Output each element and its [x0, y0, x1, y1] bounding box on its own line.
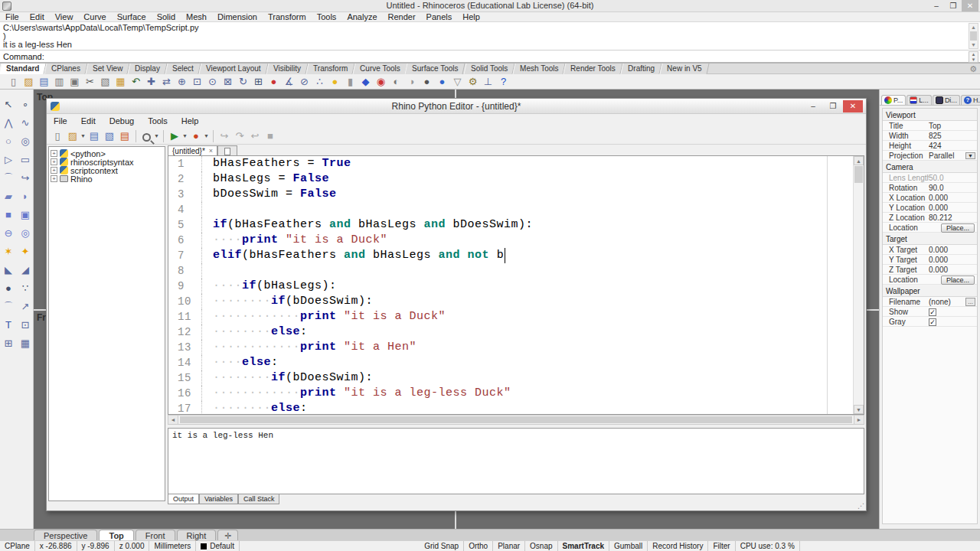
prop-value[interactable]: 0.000: [929, 256, 977, 264]
output-tab-output[interactable]: Output: [168, 494, 199, 504]
toolbar-tab-render-tools[interactable]: Render Tools: [564, 64, 623, 74]
toolbar-tab-visibility[interactable]: Visibility: [266, 64, 308, 74]
scroll-up-icon[interactable]: ▲: [969, 24, 978, 31]
new-file-icon[interactable]: ▯: [6, 75, 21, 89]
code-line[interactable]: 5if(bHasFeathers and bHasLegs and bDoesS…: [168, 217, 864, 233]
toolbar-tab-viewport-layout[interactable]: Viewport Layout: [199, 64, 269, 74]
expand-icon[interactable]: +: [51, 150, 57, 157]
toolbar-tab-select[interactable]: Select: [165, 64, 201, 74]
output-tab-call-stack[interactable]: Call Stack: [238, 494, 280, 504]
save-as-icon[interactable]: ▤: [117, 129, 132, 143]
scroll-up-icon[interactable]: ▲: [854, 156, 864, 165]
array-icon[interactable]: ▦: [17, 334, 34, 353]
editor-menu-item-edit[interactable]: Edit: [74, 116, 103, 126]
toolbar-tab-surface-tools[interactable]: Surface Tools: [405, 64, 466, 74]
code-line[interactable]: 13············print "it a Hen": [168, 340, 864, 355]
toolbar-tab-standard[interactable]: Standard: [0, 64, 47, 74]
toolbar-tab-set-view[interactable]: Set View: [86, 64, 130, 74]
code-line[interactable]: 7elif(bHasFeathers and bHasLegs and not …: [168, 248, 864, 263]
editor-maximize-button[interactable]: ❐: [823, 100, 843, 112]
rectangle-icon[interactable]: ▭: [17, 151, 34, 169]
dropdown-arrow-icon[interactable]: ▼: [154, 133, 160, 139]
resize-grip[interactable]: ⋰: [858, 502, 864, 510]
tab-layers[interactable]: L...: [906, 95, 932, 105]
code-editor[interactable]: 1bHasFeathers = True2bHasLegs = False3bD…: [168, 155, 864, 415]
code-horizontal-scrollbar[interactable]: ◄ ►: [168, 415, 864, 425]
viewport-tab-top[interactable]: Top: [99, 530, 133, 540]
menu-item-help[interactable]: Help: [457, 12, 485, 22]
code-line[interactable]: 12········else:: [168, 324, 864, 340]
blend-arc-icon[interactable]: ⌒: [0, 298, 17, 316]
step-into-icon[interactable]: ↪: [217, 129, 232, 143]
polyline-icon[interactable]: ⋀: [0, 114, 17, 132]
code-line[interactable]: 6····print "it is a Duck": [168, 233, 864, 248]
status-osnap[interactable]: Osnap: [525, 541, 557, 551]
prop-value[interactable]: (none): [929, 298, 965, 306]
scroll-down-icon[interactable]: ▼: [969, 41, 978, 48]
help-icon[interactable]: ?: [496, 75, 511, 89]
adjust-icon[interactable]: ↗: [17, 298, 34, 316]
status-record-history[interactable]: Record History: [648, 541, 708, 551]
editor-menu-item-tools[interactable]: Tools: [141, 116, 175, 126]
code-vertical-scrollbar[interactable]: ▲ ▼: [853, 156, 864, 414]
output-console[interactable]: it is a leg-less Hen: [168, 428, 864, 494]
step-over-icon[interactable]: ↷: [232, 129, 247, 143]
paste-icon[interactable]: ▦: [113, 75, 128, 89]
move-icon[interactable]: ⇄: [159, 75, 174, 89]
status-grid-snap[interactable]: Grid Snap: [420, 541, 464, 551]
zoom-dynamic-icon[interactable]: ⊕: [175, 75, 189, 89]
scroll-right-icon[interactable]: ►: [854, 416, 864, 424]
prop-value[interactable]: Top: [929, 122, 977, 130]
prop-value[interactable]: 424: [929, 142, 977, 150]
editor-menu-item-debug[interactable]: Debug: [103, 116, 141, 126]
run-script-icon[interactable]: ▶: [167, 129, 182, 143]
explode-icon[interactable]: ✶: [0, 243, 17, 261]
command-prompt[interactable]: Command:: [0, 51, 980, 64]
step-out-icon[interactable]: ↩: [247, 129, 263, 143]
editor-menu-item-help[interactable]: Help: [175, 116, 206, 126]
prop-value[interactable]: 0.000: [929, 266, 977, 274]
module-tree[interactable]: +<python>+rhinoscriptsyntax+scriptcontex…: [48, 146, 165, 501]
command-history[interactable]: C:\Users\swarts\AppData\Local\Temp\TempS…: [0, 22, 980, 51]
prop-value[interactable]: 0.000: [929, 204, 977, 212]
blocks-icon[interactable]: ⊞: [0, 334, 17, 353]
text-tool-icon[interactable]: ⊥: [481, 75, 495, 89]
rotate-view-icon[interactable]: ↻: [236, 75, 250, 89]
command-area-spinner[interactable]: ▲▼: [969, 51, 978, 63]
tab-display[interactable]: Di...: [933, 95, 960, 105]
color-wheel-icon[interactable]: ◉: [374, 75, 388, 89]
cut-icon[interactable]: ✂: [83, 75, 97, 89]
menu-item-mesh[interactable]: Mesh: [181, 12, 212, 22]
named-view-icon[interactable]: ●: [266, 75, 281, 89]
ghosted-view-icon[interactable]: ◑: [404, 75, 419, 89]
rendered-view-icon[interactable]: ●: [420, 75, 434, 89]
editor-close-button[interactable]: ✕: [843, 100, 863, 112]
curve-handle-icon[interactable]: ↪: [17, 169, 34, 187]
point-cloud-icon[interactable]: ∵: [17, 279, 34, 298]
arc-icon[interactable]: ⌒: [0, 169, 17, 187]
torus-icon[interactable]: ◎: [17, 224, 34, 243]
prop-value[interactable]: 0.000: [929, 194, 977, 202]
maximize-button[interactable]: ❐: [945, 0, 962, 11]
pan-icon[interactable]: ✚: [144, 75, 158, 89]
menu-item-render[interactable]: Render: [383, 12, 421, 22]
circle-icon[interactable]: ○: [0, 132, 17, 151]
ellipse-icon[interactable]: ◎: [17, 132, 34, 151]
copy-clipboard-icon[interactable]: ▣: [67, 75, 82, 89]
toolbar-tab-mesh-tools[interactable]: Mesh Tools: [512, 64, 565, 74]
sweep-icon[interactable]: ◗: [17, 187, 34, 206]
code-line[interactable]: 15········if(bDoesSwim):: [168, 370, 864, 386]
status-x-26-886[interactable]: x -26.886: [35, 541, 77, 551]
chamfer-icon[interactable]: ◢: [17, 261, 34, 279]
save-icon[interactable]: ▤: [37, 75, 51, 89]
close-button[interactable]: ✕: [962, 0, 978, 11]
viewport-tab-perspective[interactable]: Perspective: [34, 530, 97, 540]
code-line[interactable]: 10········if(bDoesSwim):: [168, 294, 864, 309]
menu-item-view[interactable]: View: [50, 12, 79, 22]
tab-properties[interactable]: P...: [881, 95, 906, 105]
checkbox[interactable]: ✓: [929, 308, 936, 316]
prop-value[interactable]: 50.0: [929, 174, 977, 182]
text-icon[interactable]: T: [0, 316, 17, 334]
distance-icon[interactable]: ∡: [282, 75, 296, 89]
editor-minimize-button[interactable]: –: [803, 100, 823, 112]
